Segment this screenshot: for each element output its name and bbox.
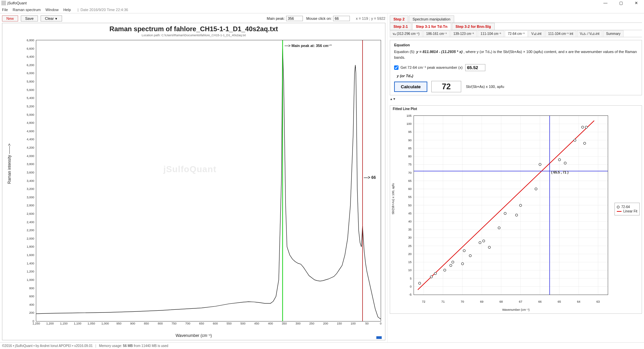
menu-window[interactable]: Window [46, 8, 59, 12]
calculate-button[interactable]: Calculate [394, 82, 427, 92]
x-axis-label: Wavenumber (cm⁻¹) [175, 333, 212, 338]
new-button[interactable]: New [2, 15, 18, 21]
subtab-0[interactable]: v₄ (312-296 cm⁻¹) [390, 30, 423, 37]
equation-formula: y = 811.9814 - (11.2935 * x) [416, 50, 463, 54]
raman-chart-area[interactable]: 02004006008001,0001,2001,4001,6001,8002,… [36, 40, 381, 321]
scatter-point [504, 212, 506, 215]
scatter-point [434, 272, 437, 275]
save-button[interactable]: Save [21, 15, 38, 21]
status-copyright: ©2016 • jSulfoQuant • by Andrei Ionut AP… [2, 344, 93, 348]
get-peak-checkbox[interactable] [394, 65, 398, 70]
chart-path: Location path: C:\Users\Raman\Documents\… [2, 34, 385, 37]
status-bar: ©2016 • jSulfoQuant • by Andrei Ionut AP… [0, 342, 644, 349]
subtab-1[interactable]: 186-161 cm⁻¹ [423, 30, 450, 37]
tab-step2-1[interactable]: Step 2-1 [390, 23, 412, 30]
result-unit: Sb/(Sb+As) x 100, apfu [466, 85, 504, 89]
menu-help[interactable]: Help [63, 8, 71, 12]
result-value: 72 [431, 81, 461, 92]
window-close[interactable]: ✕ [629, 0, 644, 6]
collapse-handle[interactable]: ▲▼ [390, 97, 642, 101]
status-memory-label: Memory usage: [99, 344, 122, 348]
tab-step3-1[interactable]: Step 3-1 for Td-Tn [412, 23, 451, 30]
status-memory-suffix: from 11440 MB is used [134, 344, 168, 348]
fitted-legend: 72-64 Linear Fit [614, 203, 640, 215]
menu-file[interactable]: File [2, 8, 8, 12]
scatter-point [451, 261, 454, 263]
fitted-y-axis-label: Sb/(Sb+As) x 100, apfu [391, 183, 395, 214]
app-title: jSulfoQuant [7, 1, 26, 5]
fitted-line-panel: Fitted Line Plot Sb/(Sb+As) x 100, apfu … [390, 105, 642, 314]
cursor-coords: x = 119 ; y = 5922 [356, 16, 385, 20]
fitted-heading: Fitted Line Plot [390, 106, 642, 112]
subtab-6[interactable]: 111-104 cm⁻¹ int [545, 30, 576, 37]
app-icon [1, 1, 6, 5]
fitted-y-ticks: -505101520253035404550556065707580859095… [402, 116, 413, 295]
tab-step3-2[interactable]: Step 3-2 for Bnn-Slg [452, 23, 495, 30]
scatter-point [430, 276, 433, 278]
sub-tab-row: v₄ (312-296 cm⁻¹)186-161 cm⁻¹139-123 cm⁻… [390, 30, 642, 37]
scatter-point [558, 158, 561, 161]
chart-title: Raman spectrum of fahlore_CH15-1-1_D1_40… [2, 25, 385, 33]
scatter-point [498, 227, 500, 229]
scatter-point [469, 254, 472, 257]
date-time-display: Date 2016/9/20 Time 22:4:36 [80, 8, 128, 12]
clear-button[interactable]: Clear [41, 15, 62, 21]
scatter-point [583, 142, 586, 145]
fitted-chart-area[interactable]: -505101520253035404550556065707580859095… [414, 115, 608, 295]
scatter-point [418, 282, 421, 285]
y-axis-ticks: 02004006008001,0001,2001,4001,6001,8002,… [19, 40, 36, 321]
scatter-point [539, 163, 541, 166]
subtab-5[interactable]: V₁zₓint [528, 30, 544, 37]
scatter-point [535, 188, 537, 190]
subtab-3[interactable]: 111-104 cm⁻¹ [478, 30, 504, 37]
equation-text: Equation (5): y = 811.9814 - (11.2935 * … [394, 49, 638, 60]
fitted-x-axis-label: Wavenumber (cm⁻¹) [502, 308, 530, 311]
window-maximize[interactable]: ▢ [613, 0, 629, 6]
scatter-point [461, 262, 464, 265]
equation-panel: Equation Equation (5): y = 811.9814 - (1… [390, 40, 642, 95]
scatter-point [463, 249, 466, 252]
subtab-7[interactable]: V₁zₓ / V₁zₓint [577, 30, 602, 37]
scatter-point [564, 162, 567, 164]
scatter-point [488, 246, 491, 249]
legend-marker-line [617, 211, 622, 212]
main-peak-annotation: —> Main peak at: 356 cm⁻¹ [285, 44, 332, 48]
scatter-point [449, 264, 452, 267]
status-memory-value: 56 MB [123, 344, 133, 348]
mouse-click-input[interactable] [333, 16, 350, 21]
scatter-point [585, 126, 588, 129]
mouse-click-label: Mouse click on: [306, 16, 332, 20]
scatter-point [443, 269, 446, 271]
scatter-point [479, 241, 481, 244]
x-value-input[interactable] [465, 64, 485, 71]
x-axis-ticks: 0501001502002503003504004505005506006507… [36, 322, 381, 327]
scatter-point [574, 139, 576, 142]
chart-toolbar: New Save Clear Main peak: Mouse click on… [2, 15, 385, 21]
scatter-point [482, 240, 485, 242]
tab-step2-title[interactable]: Spectrum manipulation [409, 15, 454, 22]
scatter-point [519, 204, 522, 207]
fitted-plot [414, 116, 608, 295]
main-peak-input[interactable] [286, 16, 303, 21]
y-axis-label: Raman intensity ——> [7, 144, 12, 184]
subtab-4[interactable]: 72-64 cm⁻¹ [505, 30, 528, 37]
scrollbar-thumb[interactable] [376, 336, 382, 339]
y-or-td-label: y (or Tdₓ) [397, 74, 638, 78]
raman-chart-frame: Raman spectrum of fahlore_CH15-1-1_D1_40… [2, 23, 385, 340]
main-peak-label: Main peak: [267, 16, 285, 20]
get-peak-label: Get 72-64 cm⁻¹ peak wavenumber (x) [400, 65, 463, 70]
menu-bar: File Raman spectrum Window Help | Date 2… [0, 6, 644, 13]
subtab-8[interactable]: Summary [603, 30, 624, 37]
crosshair-label: ( 65.5 , 71 ) [551, 170, 569, 174]
menu-raman-spectrum[interactable]: Raman spectrum [13, 8, 41, 12]
legend-marker-circle [617, 206, 620, 208]
scatter-point [515, 214, 518, 216]
raman-spectrum-plot [36, 40, 381, 321]
tab-step2[interactable]: Step 2 [390, 15, 408, 22]
click-annotation: —> 66 [364, 175, 376, 180]
equation-heading: Equation [394, 43, 638, 47]
subtab-2[interactable]: 139-123 cm⁻¹ [450, 30, 477, 37]
scatter-point [581, 126, 584, 129]
window-minimize[interactable]: — [598, 0, 613, 6]
